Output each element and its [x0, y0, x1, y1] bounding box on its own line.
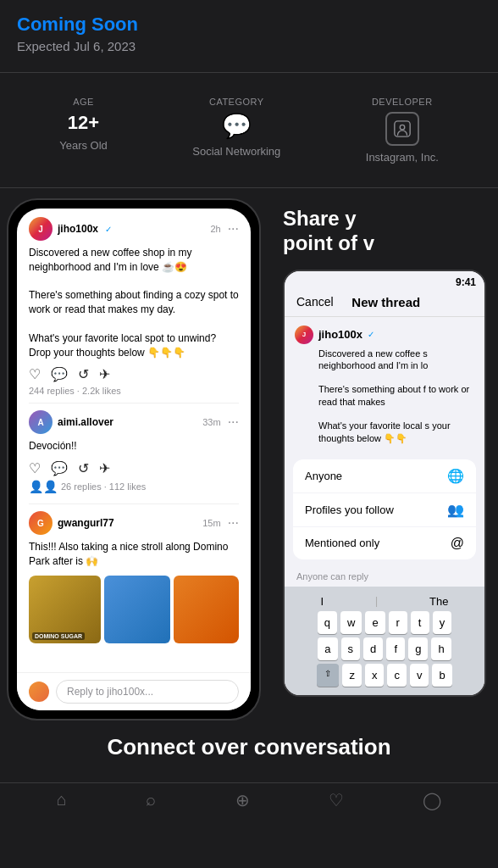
info-row: AGE 12+ Years Old CATEGORY 💬 Social Netw… — [0, 83, 498, 177]
key-g[interactable]: g — [408, 637, 428, 660]
nav-heart-icon[interactable]: ♡ — [329, 790, 344, 810]
like-icon[interactable]: ♡ — [29, 366, 41, 382]
top-bar: Coming Soon Expected Jul 6, 2023 — [0, 0, 498, 62]
screenshots-section: J jiho100x ✓ 2h ··· Discovered a new cof… — [0, 198, 498, 721]
audience-following[interactable]: Profiles you follow 👥 — [293, 493, 476, 527]
post-3-images: DOMINO SUGAR — [29, 576, 239, 643]
key-e[interactable]: e — [365, 611, 385, 634]
globe-icon: 🌐 — [447, 468, 464, 484]
share-icon-2[interactable]: ✈ — [99, 460, 110, 476]
developer-name: Instagram, Inc. — [366, 151, 439, 164]
repost-icon[interactable]: ↺ — [78, 366, 89, 382]
coming-soon-label: Coming Soon — [17, 14, 481, 36]
status-bar: 9:41 — [285, 271, 484, 290]
phone-inner-left: J jiho100x ✓ 2h ··· Discovered a new cof… — [17, 209, 251, 710]
post-3-meta: G gwangurl77 — [29, 511, 114, 535]
key-f[interactable]: f — [386, 637, 405, 660]
key-y[interactable]: y — [433, 611, 452, 634]
bottom-nav: ⌂ ⌕ ⊕ ♡ ◯ — [0, 782, 498, 817]
post-1-more[interactable]: ··· — [228, 221, 239, 236]
caption-text: Connect over conversation — [17, 734, 481, 760]
post-1-time: 2h — [210, 224, 220, 234]
post-2-time: 33m — [202, 417, 220, 427]
post-3-header: G gwangurl77 15m ··· — [29, 511, 239, 535]
key-w[interactable]: w — [340, 611, 362, 634]
key-x[interactable]: x — [365, 664, 385, 687]
anyone-label: Anyone — [305, 470, 342, 482]
comment-icon[interactable]: 💬 — [51, 366, 68, 382]
key-shift[interactable]: ⇧ — [317, 664, 339, 687]
anyone-reply-note: Anyone can reply — [285, 566, 484, 587]
key-s[interactable]: s — [341, 637, 361, 660]
new-thread-header: Cancel New thread — [285, 290, 484, 317]
post-3-text: This!!! Also taking a nice stroll along … — [29, 540, 239, 569]
repost-icon-2[interactable]: ↺ — [78, 460, 89, 476]
post-2-header: A aimi.allover 33m ··· — [29, 410, 239, 434]
post-1-actions: ♡ 💬 ↺ ✈ — [29, 366, 239, 382]
key-c[interactable]: c — [387, 664, 407, 687]
post-1-meta: J jiho100x ✓ — [29, 217, 112, 241]
svg-point-1 — [400, 125, 405, 130]
developer-icon — [385, 112, 419, 146]
avatar-jiho: J — [29, 217, 53, 241]
divider-mid — [0, 187, 498, 188]
avatar-aimi: A — [29, 410, 53, 434]
developer-label: DEVELOPER — [372, 97, 433, 107]
right-phone-mockup: 9:41 Cancel New thread J jiho100x ✓ — [283, 270, 486, 697]
verified-right: ✓ — [368, 330, 374, 339]
category-value: Social Networking — [192, 145, 280, 158]
post-1-text: Discovered a new coffee shop in my neigh… — [29, 246, 239, 359]
new-thread-title: New thread — [351, 295, 420, 309]
username-aimi: aimi.allover — [58, 416, 113, 428]
nav-search-icon[interactable]: ⌕ — [146, 790, 156, 810]
word-suggestions: I | The — [288, 592, 481, 611]
audience-mentioned[interactable]: Mentioned only @ — [293, 527, 476, 559]
thread-post-text: Discovered a new coffee s neighborhood a… — [295, 348, 474, 444]
share-title: Share ypoint of v — [283, 207, 491, 256]
key-q[interactable]: q — [318, 611, 337, 634]
audience-options: Anyone 🌐 Profiles you follow 👥 Mentioned… — [293, 459, 476, 559]
nav-profile-icon[interactable]: ◯ — [423, 790, 441, 810]
developer-info: DEVELOPER Instagram, Inc. — [366, 97, 439, 164]
age-value: 12+ — [68, 112, 99, 134]
age-sub: Years Old — [59, 139, 108, 152]
at-icon: @ — [451, 536, 464, 551]
post-2-more[interactable]: ··· — [228, 415, 239, 430]
svg-rect-0 — [395, 121, 410, 136]
nav-plus-icon[interactable]: ⊕ — [235, 790, 250, 810]
key-z[interactable]: z — [342, 664, 362, 687]
audience-anyone[interactable]: Anyone 🌐 — [293, 459, 476, 493]
thread-post-name: jiho100x — [318, 328, 362, 341]
verified-badge-jiho: ✓ — [105, 225, 112, 234]
post-3-more[interactable]: ··· — [228, 515, 239, 531]
key-t[interactable]: t — [411, 611, 429, 634]
key-v[interactable]: v — [410, 664, 429, 687]
thread-container: J jiho100x ✓ 2h ··· Discovered a new cof… — [17, 209, 251, 672]
left-phone-mockup: J jiho100x ✓ 2h ··· Discovered a new cof… — [7, 198, 261, 721]
phone-right-inner: 9:41 Cancel New thread J jiho100x ✓ — [285, 271, 484, 695]
post-2-stats: 26 replies · 112 likes — [61, 481, 146, 492]
mentioned-label: Mentioned only — [305, 537, 379, 549]
reply-input[interactable]: Reply to jiho100x... — [56, 680, 239, 704]
keyboard-row-2: a s d f g h — [288, 637, 481, 660]
key-b[interactable]: b — [432, 664, 451, 687]
key-r[interactable]: r — [389, 611, 407, 634]
key-a[interactable]: a — [318, 637, 337, 660]
post-2-actions: ♡ 💬 ↺ ✈ — [29, 460, 239, 476]
age-label: AGE — [73, 97, 94, 107]
nav-home-icon[interactable]: ⌂ — [57, 790, 67, 810]
category-label: CATEGORY — [209, 97, 264, 107]
cancel-button[interactable]: Cancel — [296, 295, 334, 309]
post-2-meta: A aimi.allover — [29, 410, 113, 434]
suggestion-1[interactable]: I — [320, 595, 324, 608]
like-icon-2[interactable]: ♡ — [29, 460, 41, 476]
post-2: A aimi.allover 33m ··· Devoción!! ♡ 💬 ↺ — [29, 410, 239, 504]
thread-post-area: J jiho100x ✓ Discovered a new coffee s n… — [285, 317, 484, 453]
suggestion-2[interactable]: The — [429, 595, 448, 608]
key-h[interactable]: h — [431, 637, 451, 660]
key-d[interactable]: d — [363, 637, 383, 660]
comment-icon-2[interactable]: 💬 — [51, 460, 68, 476]
expected-date: Expected Jul 6, 2023 — [17, 39, 481, 53]
username-gwang: gwangurl77 — [58, 517, 114, 529]
share-icon[interactable]: ✈ — [99, 366, 110, 382]
